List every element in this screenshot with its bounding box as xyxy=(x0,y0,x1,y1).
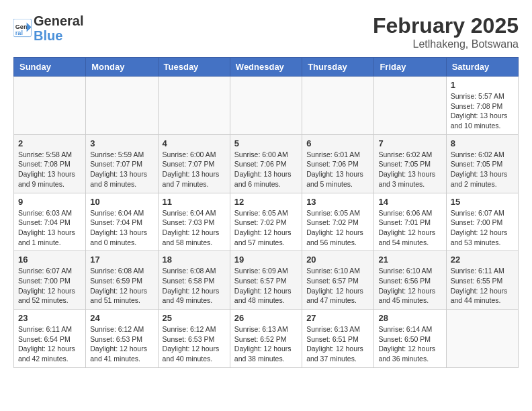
weekday-header-sunday: Sunday xyxy=(14,58,86,77)
day-info: Sunrise: 5:57 AM Sunset: 7:08 PM Dayligh… xyxy=(451,91,514,131)
calendar-day-cell xyxy=(158,77,230,135)
day-info: Sunrise: 6:08 AM Sunset: 6:58 PM Dayligh… xyxy=(163,266,226,306)
day-number: 3 xyxy=(90,138,153,148)
month-year-title: February 2025 xyxy=(373,13,519,38)
day-number: 22 xyxy=(451,255,514,265)
calendar-day-cell: 27Sunrise: 6:13 AM Sunset: 6:51 PM Dayli… xyxy=(302,310,374,368)
calendar-header-row: SundayMondayTuesdayWednesdayThursdayFrid… xyxy=(14,58,519,77)
day-info: Sunrise: 6:07 AM Sunset: 7:00 PM Dayligh… xyxy=(18,266,81,306)
day-info: Sunrise: 6:04 AM Sunset: 7:03 PM Dayligh… xyxy=(163,208,226,248)
day-number: 19 xyxy=(234,255,298,265)
day-info: Sunrise: 6:13 AM Sunset: 6:52 PM Dayligh… xyxy=(234,324,298,364)
day-number: 12 xyxy=(234,197,298,207)
weekday-header-monday: Monday xyxy=(86,58,158,77)
calendar-day-cell: 4Sunrise: 6:00 AM Sunset: 7:07 PM Daylig… xyxy=(158,134,230,193)
location-subtitle: Letlhakeng, Botswana xyxy=(373,38,519,50)
day-number: 25 xyxy=(163,313,226,323)
day-number: 10 xyxy=(90,197,153,207)
day-info: Sunrise: 6:00 AM Sunset: 7:07 PM Dayligh… xyxy=(163,150,226,189)
day-info: Sunrise: 6:01 AM Sunset: 7:06 PM Dayligh… xyxy=(306,150,369,189)
calendar-day-cell: 28Sunrise: 6:14 AM Sunset: 6:50 PM Dayli… xyxy=(374,310,446,368)
svg-text:ral: ral xyxy=(15,30,23,36)
calendar-day-cell xyxy=(446,310,518,368)
calendar-day-cell xyxy=(230,77,302,135)
calendar-week-row: 1Sunrise: 5:57 AM Sunset: 7:08 PM Daylig… xyxy=(14,77,519,135)
calendar-day-cell: 10Sunrise: 6:04 AM Sunset: 7:04 PM Dayli… xyxy=(86,193,158,251)
day-number: 23 xyxy=(18,313,81,323)
calendar-week-row: 9Sunrise: 6:03 AM Sunset: 7:04 PM Daylig… xyxy=(14,193,519,251)
day-info: Sunrise: 5:59 AM Sunset: 7:07 PM Dayligh… xyxy=(90,150,153,189)
weekday-header-thursday: Thursday xyxy=(302,58,374,77)
calendar-week-row: 16Sunrise: 6:07 AM Sunset: 7:00 PM Dayli… xyxy=(14,251,519,310)
day-number: 2 xyxy=(18,138,81,148)
calendar-day-cell: 3Sunrise: 5:59 AM Sunset: 7:07 PM Daylig… xyxy=(86,134,158,193)
calendar-day-cell: 7Sunrise: 6:02 AM Sunset: 7:05 PM Daylig… xyxy=(374,134,446,193)
day-number: 20 xyxy=(306,255,369,265)
title-section: February 2025 Letlhakeng, Botswana xyxy=(373,13,519,50)
calendar-day-cell xyxy=(302,77,374,135)
calendar-day-cell: 24Sunrise: 6:12 AM Sunset: 6:53 PM Dayli… xyxy=(86,310,158,368)
day-number: 26 xyxy=(234,313,298,323)
calendar-day-cell: 22Sunrise: 6:11 AM Sunset: 6:55 PM Dayli… xyxy=(446,251,518,310)
logo-icon: Gene ral xyxy=(13,19,32,38)
logo: Gene ral General Blue xyxy=(13,13,83,43)
calendar-day-cell: 13Sunrise: 6:05 AM Sunset: 7:02 PM Dayli… xyxy=(302,193,374,251)
day-number: 28 xyxy=(378,313,441,323)
logo-line2: Blue xyxy=(34,28,83,43)
calendar-day-cell: 11Sunrise: 6:04 AM Sunset: 7:03 PM Dayli… xyxy=(158,193,230,251)
day-info: Sunrise: 6:11 AM Sunset: 6:54 PM Dayligh… xyxy=(18,324,81,364)
calendar-day-cell: 17Sunrise: 6:08 AM Sunset: 6:59 PM Dayli… xyxy=(86,251,158,310)
day-number: 24 xyxy=(90,313,153,323)
day-info: Sunrise: 6:02 AM Sunset: 7:05 PM Dayligh… xyxy=(378,150,441,189)
calendar-day-cell: 23Sunrise: 6:11 AM Sunset: 6:54 PM Dayli… xyxy=(14,310,86,368)
logo-line1: General xyxy=(34,13,83,28)
day-number: 13 xyxy=(306,197,369,207)
calendar-day-cell: 18Sunrise: 6:08 AM Sunset: 6:58 PM Dayli… xyxy=(158,251,230,310)
calendar-day-cell: 15Sunrise: 6:07 AM Sunset: 7:00 PM Dayli… xyxy=(446,193,518,251)
day-info: Sunrise: 6:00 AM Sunset: 7:06 PM Dayligh… xyxy=(234,150,298,189)
weekday-header-friday: Friday xyxy=(374,58,446,77)
day-number: 7 xyxy=(378,138,441,148)
calendar-day-cell: 1Sunrise: 5:57 AM Sunset: 7:08 PM Daylig… xyxy=(446,77,518,135)
day-info: Sunrise: 6:07 AM Sunset: 7:00 PM Dayligh… xyxy=(451,208,514,248)
day-number: 16 xyxy=(18,255,81,265)
day-info: Sunrise: 6:13 AM Sunset: 6:51 PM Dayligh… xyxy=(306,324,369,364)
calendar-day-cell: 19Sunrise: 6:09 AM Sunset: 6:57 PM Dayli… xyxy=(230,251,302,310)
day-info: Sunrise: 6:08 AM Sunset: 6:59 PM Dayligh… xyxy=(90,266,153,306)
day-number: 4 xyxy=(163,138,226,148)
day-info: Sunrise: 6:10 AM Sunset: 6:56 PM Dayligh… xyxy=(378,266,441,306)
calendar-day-cell xyxy=(86,77,158,135)
calendar-day-cell: 9Sunrise: 6:03 AM Sunset: 7:04 PM Daylig… xyxy=(14,193,86,251)
calendar-week-row: 2Sunrise: 5:58 AM Sunset: 7:08 PM Daylig… xyxy=(14,134,519,193)
calendar-table: SundayMondayTuesdayWednesdayThursdayFrid… xyxy=(13,57,519,368)
weekday-header-saturday: Saturday xyxy=(446,58,518,77)
day-info: Sunrise: 6:09 AM Sunset: 6:57 PM Dayligh… xyxy=(234,266,298,306)
day-number: 5 xyxy=(234,138,298,148)
day-number: 21 xyxy=(378,255,441,265)
day-number: 17 xyxy=(90,255,153,265)
day-number: 27 xyxy=(306,313,369,323)
day-number: 6 xyxy=(306,138,369,148)
day-info: Sunrise: 6:12 AM Sunset: 6:53 PM Dayligh… xyxy=(163,324,226,364)
calendar-day-cell: 12Sunrise: 6:05 AM Sunset: 7:02 PM Dayli… xyxy=(230,193,302,251)
calendar-day-cell xyxy=(14,77,86,135)
day-info: Sunrise: 6:11 AM Sunset: 6:55 PM Dayligh… xyxy=(451,266,514,306)
calendar-day-cell: 6Sunrise: 6:01 AM Sunset: 7:06 PM Daylig… xyxy=(302,134,374,193)
day-info: Sunrise: 6:14 AM Sunset: 6:50 PM Dayligh… xyxy=(378,324,441,364)
day-number: 14 xyxy=(378,197,441,207)
day-number: 15 xyxy=(451,197,514,207)
calendar-day-cell: 26Sunrise: 6:13 AM Sunset: 6:52 PM Dayli… xyxy=(230,310,302,368)
calendar-day-cell: 8Sunrise: 6:02 AM Sunset: 7:05 PM Daylig… xyxy=(446,134,518,193)
page-header: Gene ral General Blue February 2025 Letl… xyxy=(13,13,519,50)
calendar-day-cell: 20Sunrise: 6:10 AM Sunset: 6:57 PM Dayli… xyxy=(302,251,374,310)
calendar-day-cell: 14Sunrise: 6:06 AM Sunset: 7:01 PM Dayli… xyxy=(374,193,446,251)
calendar-day-cell xyxy=(374,77,446,135)
weekday-header-wednesday: Wednesday xyxy=(230,58,302,77)
day-info: Sunrise: 6:10 AM Sunset: 6:57 PM Dayligh… xyxy=(306,266,369,306)
calendar-day-cell: 2Sunrise: 5:58 AM Sunset: 7:08 PM Daylig… xyxy=(14,134,86,193)
calendar-week-row: 23Sunrise: 6:11 AM Sunset: 6:54 PM Dayli… xyxy=(14,310,519,368)
calendar-day-cell: 25Sunrise: 6:12 AM Sunset: 6:53 PM Dayli… xyxy=(158,310,230,368)
day-info: Sunrise: 6:05 AM Sunset: 7:02 PM Dayligh… xyxy=(234,208,298,248)
day-info: Sunrise: 5:58 AM Sunset: 7:08 PM Dayligh… xyxy=(18,150,81,189)
day-info: Sunrise: 6:02 AM Sunset: 7:05 PM Dayligh… xyxy=(451,150,514,189)
